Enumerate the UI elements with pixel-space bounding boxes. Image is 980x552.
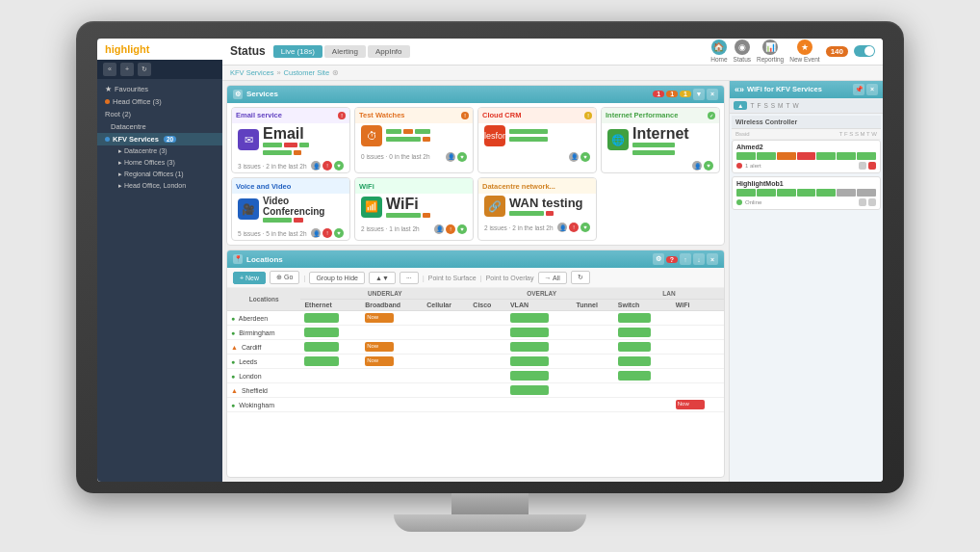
- bar-green: [263, 143, 282, 147]
- status-bar: [618, 371, 651, 381]
- locations-expand-btn[interactable]: ↑: [680, 253, 691, 265]
- status-dot-orange: [105, 99, 110, 104]
- loc-toolbar-new[interactable]: + New: [233, 272, 266, 284]
- sidebar-item-homeoffices[interactable]: ▸ Home Offices (3): [97, 157, 222, 169]
- panel-expand-btn[interactable]: ▼: [693, 89, 705, 100]
- wireless-controller-label: Wireless Controller: [732, 116, 881, 129]
- row-icon-ok: ●: [231, 358, 235, 365]
- row-icon-ok: ●: [231, 402, 235, 408]
- table-row[interactable]: ▲ Cardiff Now: [227, 340, 724, 355]
- reporting-button[interactable]: 📊 Reporting: [757, 39, 784, 63]
- sidebar-collapse-btn[interactable]: «: [103, 63, 116, 76]
- rp-close-btn[interactable]: ×: [866, 84, 878, 95]
- new-event-button[interactable]: ★ New Event: [789, 39, 819, 63]
- loc-toolbar-all[interactable]: → All: [538, 272, 567, 284]
- card-testwatches-body: ⏱: [355, 123, 473, 150]
- locations-panel: 📍 Locations ⚙ ? ↑ ↓ ×: [226, 250, 725, 477]
- voicevideo-icon-area: 🎥 Video Conferencing: [238, 196, 344, 223]
- loc-toolbar-refresh[interactable]: ↻: [571, 271, 590, 284]
- card-wan-testing[interactable]: Datacentre network... 🔗 WAN testing: [477, 177, 597, 241]
- right-panel-header: «» WiFi for KFV Services 📌 ×: [730, 81, 883, 98]
- bar-green2: [299, 143, 309, 147]
- sidebar-item-root[interactable]: Root (2): [97, 108, 222, 120]
- card-voicevideo[interactable]: Voice and Video 🎥 Video Conferencing: [231, 177, 350, 241]
- main-area: Status Live (18s) Alerting AppInfo 🏠 Hom…: [222, 39, 883, 482]
- sidebar-tree: ★ Favourites Head Office (3) Root (2) Da…: [97, 79, 222, 482]
- sidebar-item-headoffice[interactable]: Head Office (3): [97, 95, 222, 108]
- bar-orange: [294, 150, 301, 155]
- tab-appinfo[interactable]: AppInfo: [368, 45, 410, 58]
- loc-toolbar-go[interactable]: ⊕ Go: [270, 271, 299, 284]
- home-button[interactable]: 🏠 Home: [710, 39, 727, 63]
- bar-red: [284, 143, 297, 147]
- loc-toolbar-more[interactable]: ···: [400, 272, 419, 284]
- services-panel-title: Services: [246, 90, 278, 98]
- tab-alerting[interactable]: Alerting: [324, 45, 366, 58]
- services-grid: Email service ! ✉ Email: [227, 103, 724, 246]
- sidebar-refresh-btn[interactable]: ↻: [138, 63, 151, 76]
- locations-table-wrap[interactable]: Locations UNDERLAY OVERLAY LAN Ethernet: [227, 288, 724, 412]
- table-row[interactable]: ● Leeds Now: [227, 355, 724, 369]
- footer-icon-ok: ♥: [334, 161, 344, 171]
- status-bar: [618, 342, 651, 352]
- voicevideo-footer-icons: 👤 ! ♥: [311, 228, 344, 238]
- rp-pin-btn[interactable]: 📌: [853, 84, 864, 95]
- sidebar-item-favourites[interactable]: ★ Favourites: [97, 83, 222, 95]
- internet-title: Internet: [632, 125, 689, 143]
- status-button[interactable]: ◉ Status: [734, 39, 751, 63]
- sidebar-item-datacentre2[interactable]: ▸ Datacentre (3): [97, 145, 222, 157]
- row-icon-ok: ●: [231, 315, 235, 322]
- sidebar: highlight « + ↻ ★ Favourites: [97, 39, 222, 482]
- wan-title: WAN testing: [509, 197, 583, 210]
- card-internet-footer: 👤 ♥: [602, 159, 719, 172]
- card-testwatches[interactable]: Test Watches ! ⏱: [354, 107, 474, 174]
- status-bar: [510, 356, 549, 366]
- breadcrumb-kfv[interactable]: KFV Services: [230, 68, 273, 77]
- sidebar-item-kfv[interactable]: KFV Services 20: [97, 133, 222, 145]
- loc-toolbar-sort[interactable]: ▲▼: [369, 272, 396, 284]
- table-row[interactable]: ● Aberdeen Now: [227, 311, 724, 326]
- breadcrumb-customer-site[interactable]: Customer Site: [284, 68, 330, 77]
- table-row[interactable]: ● London: [227, 369, 724, 383]
- table-row[interactable]: ● Wokingham: [227, 398, 724, 412]
- card-internet-badge: ✓: [708, 112, 715, 119]
- sidebar-item-hqlondon[interactable]: ▸ Head Office, London: [97, 180, 222, 192]
- status-bar: [618, 328, 651, 337]
- wifi-bars: [386, 213, 430, 219]
- card-email[interactable]: Email service ! ✉ Email: [231, 107, 350, 174]
- status-icon: ◉: [735, 39, 750, 55]
- locations-close-btn[interactable]: ×: [707, 253, 718, 265]
- reporting-icon: 📊: [762, 39, 778, 55]
- toggle-switch[interactable]: [854, 45, 875, 57]
- email-footer-icons: 👤 ! ♥: [311, 161, 344, 171]
- table-row[interactable]: ▲ Sheffield: [227, 383, 724, 398]
- card-wifi[interactable]: WiFi 📶 WiFi: [354, 177, 474, 241]
- card-cloudcrm[interactable]: Cloud CRM ! salesforce: [477, 107, 597, 174]
- loc-toolbar-group[interactable]: Group to Hide: [309, 272, 365, 284]
- locations-settings-btn[interactable]: ⚙: [653, 253, 664, 265]
- sidebar-add-btn[interactable]: +: [120, 63, 134, 76]
- rp-add-btn[interactable]: ▲: [734, 101, 747, 110]
- rp-device-name-highlightmob1: HighlightMob1: [736, 180, 876, 187]
- rp-device-ahmed2[interactable]: Ahmed2: [732, 140, 881, 173]
- panel-close-btn[interactable]: ×: [707, 89, 718, 100]
- card-internet[interactable]: Internet Performance ✓ 🌐 Internet: [601, 107, 720, 174]
- monitor-bezel: highlight « + ↻ ★ Favourites: [76, 21, 904, 493]
- row-icon-ok: ●: [231, 329, 235, 336]
- card-cloudcrm-header: Cloud CRM !: [478, 108, 596, 123]
- internet-icon-area: 🌐 Internet: [607, 125, 713, 156]
- rp-device-highlightmob1[interactable]: HighlightMob1: [732, 176, 881, 210]
- sidebar-item-datacentre[interactable]: Datacentre: [97, 120, 222, 133]
- kfv-badge: 20: [164, 136, 176, 143]
- voicevideo-title: Video Conferencing: [263, 196, 344, 217]
- locations-expand2-btn[interactable]: ↓: [693, 253, 705, 265]
- email-logo: ✉: [238, 129, 259, 150]
- tab-live[interactable]: Live (18s): [273, 45, 322, 58]
- topbar-left: Status Live (18s) Alerting AppInfo: [230, 44, 705, 58]
- table-row[interactable]: ● Birmingham: [227, 326, 724, 340]
- sidebar-item-regional[interactable]: ▸ Regional Offices (1): [97, 169, 222, 180]
- card-wifi-footer: 2 issues · 1 in last 2h 👤 ! ♥: [355, 223, 473, 236]
- card-wan-header: Datacentre network...: [478, 178, 596, 194]
- status-bar: Now: [365, 313, 394, 323]
- monitor-screen: highlight « + ↻ ★ Favourites: [97, 39, 883, 482]
